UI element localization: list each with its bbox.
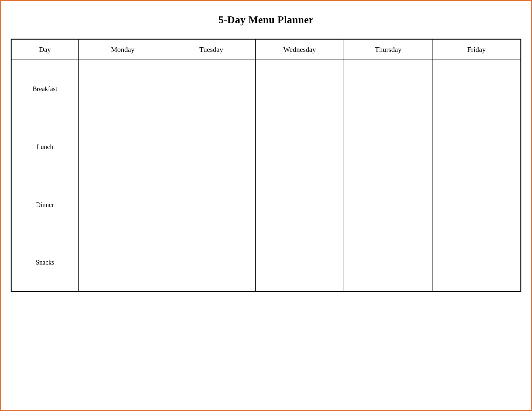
breakfast-thursday[interactable] bbox=[344, 60, 432, 118]
dinner-thursday[interactable] bbox=[344, 176, 432, 234]
dinner-monday[interactable] bbox=[79, 176, 167, 234]
header-friday: Friday bbox=[432, 39, 521, 60]
snacks-label: Snacks bbox=[11, 234, 79, 292]
snacks-thursday[interactable] bbox=[344, 234, 432, 292]
dinner-label: Dinner bbox=[11, 176, 79, 234]
menu-planner-table: Day Monday Tuesday Wednesday Thursday Fr… bbox=[11, 39, 521, 292]
header-tuesday: Tuesday bbox=[167, 39, 255, 60]
lunch-row: Lunch bbox=[11, 118, 521, 176]
page-title: 5-Day Menu Planner bbox=[218, 14, 313, 26]
snacks-row: Snacks bbox=[11, 234, 521, 292]
header-wednesday: Wednesday bbox=[255, 39, 344, 60]
breakfast-row: Breakfast bbox=[11, 60, 521, 118]
dinner-friday[interactable] bbox=[432, 176, 521, 234]
breakfast-label: Breakfast bbox=[11, 60, 79, 118]
header-day: Day bbox=[11, 39, 79, 60]
lunch-label: Lunch bbox=[11, 118, 79, 176]
breakfast-tuesday[interactable] bbox=[167, 60, 255, 118]
dinner-tuesday[interactable] bbox=[167, 176, 255, 234]
header-monday: Monday bbox=[79, 39, 167, 60]
header-thursday: Thursday bbox=[344, 39, 432, 60]
dinner-row: Dinner bbox=[11, 176, 521, 234]
lunch-tuesday[interactable] bbox=[167, 118, 255, 176]
lunch-wednesday[interactable] bbox=[255, 118, 344, 176]
lunch-friday[interactable] bbox=[432, 118, 521, 176]
header-row: Day Monday Tuesday Wednesday Thursday Fr… bbox=[11, 39, 521, 60]
breakfast-friday[interactable] bbox=[432, 60, 521, 118]
lunch-thursday[interactable] bbox=[344, 118, 432, 176]
lunch-monday[interactable] bbox=[79, 118, 167, 176]
dinner-wednesday[interactable] bbox=[255, 176, 344, 234]
snacks-tuesday[interactable] bbox=[167, 234, 255, 292]
breakfast-wednesday[interactable] bbox=[255, 60, 344, 118]
breakfast-monday[interactable] bbox=[79, 60, 167, 118]
snacks-wednesday[interactable] bbox=[255, 234, 344, 292]
snacks-friday[interactable] bbox=[432, 234, 521, 292]
snacks-monday[interactable] bbox=[79, 234, 167, 292]
